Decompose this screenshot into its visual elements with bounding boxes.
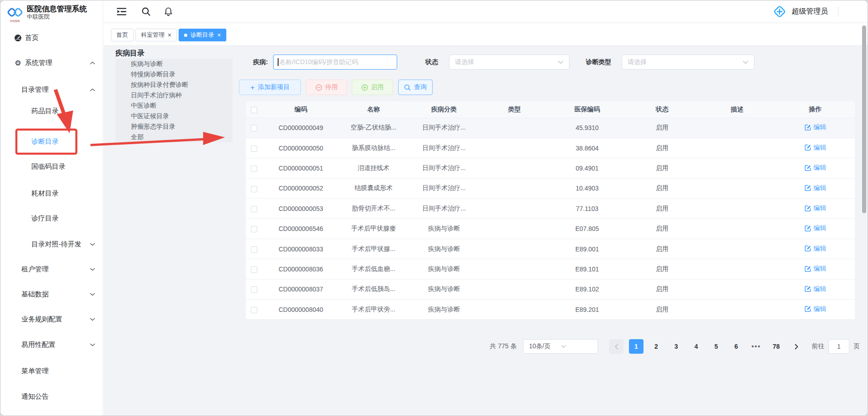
tab-0[interactable]: 首页	[111, 29, 134, 41]
disable-button[interactable]: 停用	[306, 80, 347, 95]
page-button-2[interactable]: 2	[649, 339, 663, 354]
edit-button[interactable]: 编辑	[804, 265, 826, 273]
sidebar-item-9[interactable]: 租户管理	[0, 260, 103, 278]
cell-insurance_code: 77.1103	[549, 199, 626, 219]
catalog-list: 疾病与诊断特慢病诊断目录按病种目录付费诊断日间手术治疗病种中医诊断中医证候目录肿…	[115, 59, 233, 142]
row-checkbox[interactable]	[251, 165, 257, 172]
sidebar-item-1[interactable]: ⚙系统管理	[0, 54, 103, 72]
sidebar-item-2[interactable]: 目录管理	[0, 80, 103, 99]
catalog-item-1[interactable]: 特慢病诊断目录	[115, 69, 233, 80]
row-checkbox[interactable]	[251, 266, 257, 273]
sidebar-item-10[interactable]: 基础数据	[0, 285, 103, 303]
column-header: 描述	[698, 101, 776, 118]
chevron-down-icon	[743, 60, 748, 64]
prev-page-button[interactable]	[609, 339, 624, 354]
page-button-3[interactable]: 3	[669, 339, 683, 354]
sidebar-item-6[interactable]: 耗材目录	[0, 184, 103, 202]
catalog-item-2[interactable]: 按病种目录付费诊断	[115, 80, 233, 90]
cell-description	[698, 300, 776, 320]
dashboard-icon	[14, 34, 22, 42]
goto-page-input[interactable]	[828, 339, 849, 354]
select-all-checkbox[interactable]	[251, 107, 257, 113]
row-checkbox[interactable]	[251, 206, 257, 212]
catalog-item-0[interactable]: 疾病与诊断	[115, 59, 233, 69]
sidebar: 经创智联 医院信息管理系统 中联医院 首页⚙系统管理目录管理药品目录诊断目录国临…	[0, 0, 103, 416]
edit-icon	[804, 144, 811, 151]
catalog-item-6[interactable]: 肿瘤形态学目录	[115, 121, 233, 132]
query-button[interactable]: 查询	[398, 80, 433, 95]
edit-label: 编辑	[813, 285, 826, 293]
edit-icon	[804, 185, 811, 191]
page-size-select[interactable]: 10条/页	[523, 339, 598, 354]
cell-name: 肋骨切开术不...	[339, 199, 408, 219]
cell-insurance_code: 09.4901	[549, 158, 626, 178]
edit-button[interactable]: 编辑	[804, 285, 826, 293]
sidebar-item-12[interactable]: 易用性配置	[0, 336, 103, 354]
cell-type	[480, 178, 549, 198]
tab-2[interactable]: 诊断目录×	[179, 29, 226, 41]
plus-circle-icon	[361, 84, 368, 91]
tab-1[interactable]: 科室管理×	[135, 29, 177, 41]
page-more-button[interactable]: •••	[749, 339, 763, 354]
table-row: CD0000006546手术后甲状腺瘘疾病与诊断E07.805启用编辑	[246, 219, 855, 239]
page-button-5[interactable]: 5	[709, 339, 723, 354]
row-checkbox[interactable]	[251, 186, 257, 192]
row-checkbox[interactable]	[251, 226, 257, 232]
cell-insurance_code: E07.805	[549, 219, 626, 239]
table-row: CD0000000049空肠-乙状结肠...日间手术治疗...45.9310启用…	[246, 118, 855, 138]
row-checkbox[interactable]	[251, 125, 257, 131]
sidebar-item-13[interactable]: 菜单管理	[0, 362, 103, 380]
cell-status: 启用	[626, 219, 698, 239]
edit-button[interactable]: 编辑	[804, 123, 826, 131]
edit-button[interactable]: 编辑	[804, 204, 826, 212]
search-icon[interactable]	[141, 0, 151, 23]
cell-insurance_code: E89.101	[549, 259, 626, 279]
catalog-item-5[interactable]: 中医证候目录	[115, 111, 233, 121]
edit-button[interactable]: 编辑	[804, 245, 826, 253]
row-checkbox[interactable]	[251, 246, 257, 253]
row-checkbox[interactable]	[251, 286, 257, 293]
sidebar-item-5[interactable]: 国临码目录	[0, 157, 103, 175]
sidebar-item-7[interactable]: 诊疗目录	[0, 209, 103, 227]
cell-description	[698, 178, 776, 198]
page-button-6[interactable]: 6	[729, 339, 743, 354]
close-icon[interactable]: ×	[168, 32, 171, 38]
page-button-1[interactable]: 1	[629, 339, 644, 354]
catalog-item-4[interactable]: 中医诊断	[115, 100, 233, 111]
catalog-item-7[interactable]: 全部	[115, 132, 233, 142]
edit-button[interactable]: 编辑	[804, 305, 826, 313]
sidebar-item-3[interactable]: 药品目录	[0, 102, 103, 120]
add-new-item-button[interactable]: + 添加新项目	[239, 80, 301, 95]
edit-button[interactable]: 编辑	[804, 224, 826, 232]
sidebar-item-8[interactable]: 目录对照-待开发	[0, 235, 103, 253]
user-menu[interactable]: 超级管理员	[773, 0, 828, 23]
edit-button[interactable]: 编辑	[804, 184, 826, 192]
edit-button[interactable]: 编辑	[804, 144, 826, 152]
bell-icon[interactable]	[164, 0, 173, 23]
sidebar-item-0[interactable]: 首页	[0, 29, 103, 47]
next-page-button[interactable]	[789, 339, 803, 354]
cell-category: 日间手术治疗...	[408, 199, 480, 219]
page-button-4[interactable]: 4	[689, 339, 703, 354]
edit-button[interactable]: 编辑	[804, 164, 826, 172]
page-button-78[interactable]: 78	[769, 339, 783, 354]
cell-insurance_code: 38.8604	[549, 138, 626, 158]
table-row: CD0000000051泪道挂线术日间手术治疗...09.4901启用编辑	[246, 158, 855, 178]
row-checkbox-cell	[246, 279, 262, 299]
enable-button[interactable]: 启用	[352, 80, 393, 95]
sidebar-item-11[interactable]: 业务规则配置	[0, 310, 103, 328]
disease-search-input[interactable]: 名称/ICD10编码/拼音助记码	[273, 55, 397, 70]
sidebar-item-14[interactable]: 通知公告	[0, 387, 103, 406]
sidebar-item-active[interactable]: 诊断目录	[0, 132, 103, 150]
status-select[interactable]: 请选择	[449, 55, 569, 70]
cell-actions: 编辑	[776, 199, 855, 219]
cell-status: 启用	[626, 239, 698, 259]
close-icon[interactable]: ×	[217, 32, 221, 38]
sidebar-collapse-icon[interactable]	[116, 0, 127, 23]
row-checkbox[interactable]	[251, 307, 257, 313]
vertical-scrollbar-thumb[interactable]	[862, 25, 866, 213]
catalog-item-3[interactable]: 日间手术治疗病种	[115, 90, 233, 100]
diagnosis-type-select[interactable]: 请选择	[622, 55, 754, 70]
row-checkbox[interactable]	[251, 145, 257, 152]
query-button-label: 查询	[414, 83, 427, 91]
